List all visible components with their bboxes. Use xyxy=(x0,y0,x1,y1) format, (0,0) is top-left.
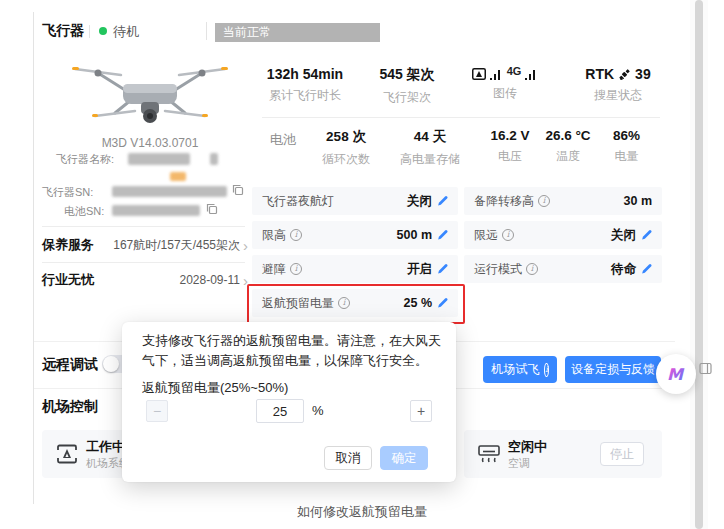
stat-label: 累计飞行时长 xyxy=(262,87,348,104)
air-conditioner-card: 空闲中 空调 停止 xyxy=(464,430,662,478)
setting-obstacle-avoidance: 避障i 开启 xyxy=(252,255,458,283)
dialog-range-label: 返航预留电量(25%~50%) xyxy=(142,379,288,397)
toggle-knob xyxy=(103,356,119,372)
card-status: 工作中 xyxy=(86,438,125,456)
stat-value: 44 天 xyxy=(395,128,465,146)
setting-label: 备降转移高 xyxy=(474,193,534,210)
reserve-value-input[interactable] xyxy=(256,399,304,423)
divider xyxy=(42,262,245,263)
setting-max-altitude: 限高i 500 m xyxy=(252,221,458,249)
info-icon[interactable]: i xyxy=(538,195,550,207)
assistant-badge[interactable]: M xyxy=(656,354,696,394)
service-name: 行业无忧 xyxy=(42,271,94,289)
edit-pencil-icon[interactable] xyxy=(436,229,448,241)
info-icon[interactable]: i xyxy=(290,263,302,275)
scrollbar-thumb[interactable] xyxy=(695,0,703,529)
service-value: 2028-09-11 xyxy=(180,273,241,287)
signal-bars-icon xyxy=(490,69,503,80)
m-logo-icon: M xyxy=(664,362,688,386)
aircraft-sn-redacted xyxy=(112,186,227,197)
chevron-right-icon: › xyxy=(243,238,248,253)
info-icon[interactable]: i xyxy=(290,229,302,241)
unit-label: % xyxy=(312,403,324,418)
setting-night-light: 飞行器夜航灯 关闭 xyxy=(252,187,458,215)
stat-rtk: RTK 39 搜星状态 xyxy=(578,66,658,104)
stat-label: 图传 xyxy=(465,85,545,102)
maintenance-service-row[interactable]: 保养服务 167航时/157天/455架次 › xyxy=(42,236,248,254)
setting-value: 待命 xyxy=(611,261,636,278)
device-name-redacted-2 xyxy=(210,153,218,165)
battery-sn-redacted xyxy=(112,205,200,216)
dock-icon xyxy=(472,68,486,80)
battery-level: 86% 电量 xyxy=(604,128,649,165)
setting-value: 关闭 xyxy=(611,227,636,244)
care-plan-row[interactable]: 行业无忧 2028-09-11 › xyxy=(42,271,248,289)
info-icon[interactable]: i xyxy=(502,229,514,241)
device-name-redacted xyxy=(128,153,190,165)
setting-label: 运行模式 xyxy=(474,261,522,278)
signal-bars-icon xyxy=(525,69,538,80)
cancel-button[interactable]: 取消 xyxy=(324,446,372,470)
card-left-border xyxy=(33,12,34,504)
status-badge: 当前正常 xyxy=(215,23,380,42)
stat-value: 132h 54min xyxy=(262,66,348,82)
caption: 如何修改返航预留电量 xyxy=(0,503,724,521)
device-damage-feedback-button[interactable]: 设备定损与反馈 xyxy=(565,356,661,383)
remote-debug-label: 远程调试 xyxy=(42,356,98,374)
stop-button[interactable]: 停止 xyxy=(600,442,644,466)
setting-operating-mode: 运行模式i 待命 xyxy=(464,255,662,283)
rth-reserve-dialog: 支持修改飞行器的返航预留电量。请注意，在大风天气下，适当调高返航预留电量，以保障… xyxy=(122,322,456,482)
setting-label: 避障 xyxy=(262,261,286,278)
info-icon: i xyxy=(544,363,549,377)
setting-value: 500 m xyxy=(397,228,432,242)
edit-pencil-icon[interactable] xyxy=(436,263,448,275)
stat-label: 搜星状态 xyxy=(578,87,658,104)
panel-collapse-icon[interactable] xyxy=(699,362,712,378)
dock-test-flight-button[interactable]: 机场试飞 i xyxy=(483,356,557,383)
edit-pencil-icon[interactable] xyxy=(640,229,652,241)
battery-storage: 44 天 高电量存储 xyxy=(395,128,465,168)
dialog-message: 支持修改飞行器的返航预留电量。请注意，在大风天气下，适当调高返航预留电量，以保障… xyxy=(142,331,444,371)
button-label: 设备定损与反馈 xyxy=(571,361,655,378)
service-name: 保养服务 xyxy=(42,236,94,254)
confirm-button[interactable]: 确定 xyxy=(380,446,428,470)
card-status: 空闲中 xyxy=(508,438,547,456)
stat-label: 温度 xyxy=(543,148,593,165)
air-conditioner-icon xyxy=(477,442,501,469)
setting-label: 飞行器夜航灯 xyxy=(262,193,334,210)
setting-value: 关闭 xyxy=(407,193,432,210)
network-type: 4G xyxy=(507,65,522,77)
stat-label: 循环次数 xyxy=(315,151,377,168)
stat-label: 高电量存储 xyxy=(395,151,465,168)
page-title: 飞行器 xyxy=(42,22,84,40)
stat-flights: 545 架次 飞行架次 xyxy=(372,66,442,106)
stepper-minus-button[interactable]: − xyxy=(146,400,168,422)
stat-value: 26.6 °C xyxy=(543,128,593,143)
satellite-icon xyxy=(618,68,631,81)
dock-icon xyxy=(56,444,78,467)
header-divider-2 xyxy=(206,22,207,40)
edit-pencil-icon[interactable] xyxy=(436,195,448,207)
info-icon[interactable]: i xyxy=(526,263,538,275)
battery-sn-label: 电池SN: xyxy=(64,204,104,219)
status-dot xyxy=(99,27,107,35)
divider xyxy=(42,226,245,227)
device-panel: 飞行器 待机 当前正常 M3D V14.03.0701 xyxy=(0,0,724,529)
drone-image xyxy=(65,56,235,135)
stat-flight-time: 132h 54min 累计飞行时长 xyxy=(262,66,348,104)
battery-title: 电池 xyxy=(270,131,296,149)
svg-text:M: M xyxy=(667,365,685,384)
device-model: M3D V14.03.0701 xyxy=(60,136,240,150)
battery-voltage: 16.2 V 电压 xyxy=(485,128,535,165)
copy-icon[interactable] xyxy=(232,184,244,199)
setting-value: 开启 xyxy=(407,261,432,278)
setting-max-distance: 限远i 关闭 xyxy=(464,221,662,249)
copy-icon[interactable] xyxy=(206,203,218,218)
redacted-orange-mark xyxy=(170,172,186,181)
service-value: 167航时/157天/455架次 xyxy=(113,237,240,254)
battery-temp: 26.6 °C 温度 xyxy=(543,128,593,165)
stepper-plus-button[interactable]: + xyxy=(410,400,432,422)
header-divider xyxy=(89,25,90,38)
rtk-label: RTK xyxy=(585,66,614,82)
edit-pencil-icon[interactable] xyxy=(640,263,652,275)
